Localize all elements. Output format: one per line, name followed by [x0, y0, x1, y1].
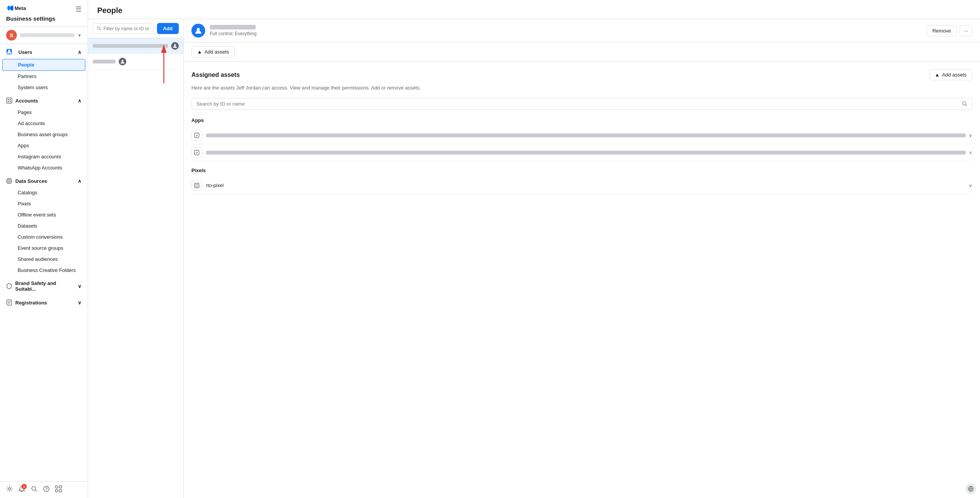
person-item-1[interactable]: [88, 38, 183, 54]
asset-item-pixel1[interactable]: rto-pixel ∨: [191, 177, 972, 194]
asset-chevron-pixel1: ∨: [969, 183, 972, 188]
detail-panel: Full control: Everything Remove ··· ▲ Ad…: [184, 19, 980, 498]
people-list-panel: Add: [88, 19, 184, 498]
pixel-icon-1: [191, 180, 202, 191]
nav-section-header-users[interactable]: Users ∧: [0, 46, 88, 59]
meta-logo-svg: Meta: [6, 5, 27, 11]
asset-name-blur-app1: [206, 133, 966, 137]
svg-text:Meta: Meta: [15, 5, 26, 11]
add-assets-icon-main: ▲: [935, 72, 940, 78]
sidebar: Meta ☰ Business settings S ▼: [0, 0, 88, 498]
asset-item-app1[interactable]: ∨: [191, 127, 972, 144]
search-assets-icon: [962, 101, 967, 106]
add-assets-icon-top: ▲: [197, 49, 202, 55]
detail-name-wrap: Full control: Everything: [210, 25, 922, 36]
asset-item-app2[interactable]: ∨: [191, 144, 972, 161]
sidebar-item-business-asset-groups[interactable]: Business asset groups: [2, 129, 85, 140]
search-icon: [97, 26, 101, 31]
accounts-icon: [6, 98, 12, 104]
detail-avatar: [191, 24, 205, 37]
users-icon: [6, 49, 15, 56]
nav-section-header-brand-safety[interactable]: Brand Safety and Suitabi... ∨: [0, 277, 88, 295]
sidebar-item-pixels[interactable]: Pixels: [2, 198, 85, 209]
page-title: People: [97, 6, 971, 15]
settings-button[interactable]: [6, 485, 13, 494]
svg-line-32: [966, 105, 967, 106]
globe-icon: [965, 483, 976, 494]
notification-badge: 1: [21, 484, 27, 489]
add-assets-button-top[interactable]: ▲ Add assets: [191, 46, 235, 57]
search-assets-wrap: [191, 98, 972, 110]
search-input-wrap: [93, 23, 154, 34]
sidebar-item-catalogs[interactable]: Catalogs: [2, 187, 85, 198]
sidebar-item-whatsapp-accounts[interactable]: WhatsApp Accounts: [2, 162, 85, 173]
sidebar-item-shared-audiences[interactable]: Shared audiences: [2, 254, 85, 265]
assigned-assets-title: Assigned assets: [191, 72, 240, 78]
svg-point-10: [9, 181, 10, 182]
add-button[interactable]: Add: [157, 23, 179, 34]
svg-point-30: [197, 28, 200, 31]
sidebar-nav: Users ∧ People Partners System users: [0, 44, 88, 481]
sidebar-item-offline-event-sets[interactable]: Offline event sets: [2, 209, 85, 220]
sidebar-item-apps[interactable]: Apps: [2, 140, 85, 151]
svg-point-24: [97, 27, 100, 29]
sidebar-item-pages[interactable]: Pages: [2, 107, 85, 118]
svg-rect-20: [56, 486, 58, 488]
sidebar-item-event-source-groups[interactable]: Event source groups: [2, 242, 85, 254]
svg-rect-21: [59, 486, 62, 488]
nav-section-header-data-sources[interactable]: Data Sources ∧: [0, 175, 88, 187]
asset-chevron-app1: ∨: [969, 133, 972, 138]
svg-rect-22: [56, 490, 58, 492]
asset-name-blur-app2: [206, 151, 966, 155]
search-footer-button[interactable]: [31, 485, 38, 494]
svg-rect-4: [8, 99, 9, 100]
asset-category-apps: Apps ∨: [191, 117, 972, 161]
app-icon-2: [191, 147, 202, 158]
data-sources-icon: [6, 178, 12, 184]
grid-button[interactable]: [55, 485, 62, 494]
search-assets-input[interactable]: [196, 101, 959, 107]
svg-rect-5: [10, 99, 11, 100]
asset-name-pixel1: rto-pixel: [206, 182, 966, 188]
nav-section-header-registrations[interactable]: Registrations ∨: [0, 296, 88, 309]
svg-rect-7: [10, 101, 11, 102]
help-button[interactable]: ?: [43, 485, 50, 494]
search-input[interactable]: [103, 26, 149, 31]
registrations-icon: [6, 299, 12, 306]
sidebar-item-datasets[interactable]: Datasets: [2, 220, 85, 231]
svg-rect-36: [196, 184, 198, 187]
account-selector[interactable]: S ▼: [0, 27, 88, 44]
nav-section-accounts: Accounts ∧ Pages Ad accounts Business as…: [0, 94, 88, 173]
apps-category-title: Apps: [191, 117, 972, 123]
hamburger-icon[interactable]: ☰: [75, 5, 82, 13]
svg-rect-23: [59, 490, 62, 492]
nav-section-brand-safety: Brand Safety and Suitabi... ∨: [0, 277, 88, 295]
svg-point-15: [8, 488, 11, 490]
notifications-button[interactable]: 1: [18, 485, 25, 494]
account-avatar: S: [6, 30, 17, 41]
page-header: People: [88, 0, 980, 19]
sidebar-item-ad-accounts[interactable]: Ad accounts: [2, 118, 85, 129]
brand-safety-icon: [6, 283, 12, 289]
sidebar-item-custom-conversions[interactable]: Custom conversions: [2, 231, 85, 242]
person-item-2[interactable]: [88, 54, 183, 70]
nav-section-data-sources: Data Sources ∧ Catalogs Pixels Offline e…: [0, 175, 88, 276]
svg-rect-6: [8, 101, 9, 102]
sidebar-item-partners[interactable]: Partners: [2, 71, 85, 82]
nav-section-header-accounts[interactable]: Accounts ∧: [0, 94, 88, 107]
account-chevron-icon: ▼: [78, 33, 82, 37]
users-chevron-icon: ∧: [78, 49, 82, 55]
sidebar-item-people[interactable]: People: [2, 59, 85, 71]
remove-button[interactable]: Remove: [927, 25, 957, 36]
main-content: People Add: [88, 0, 980, 498]
svg-point-26: [174, 44, 176, 46]
person-name-blur-2: [93, 60, 116, 63]
sidebar-item-system-users[interactable]: System users: [2, 82, 85, 93]
brand-safety-chevron-icon: ∨: [78, 283, 82, 289]
more-button[interactable]: ···: [960, 25, 972, 36]
svg-point-16: [32, 487, 36, 490]
add-assets-button-main[interactable]: ▲ Add assets: [929, 69, 972, 80]
sidebar-item-instagram-accounts[interactable]: Instagram accounts: [2, 151, 85, 162]
account-name: [20, 33, 75, 37]
sidebar-item-business-creative-folders[interactable]: Business Creative Folders: [2, 265, 85, 276]
